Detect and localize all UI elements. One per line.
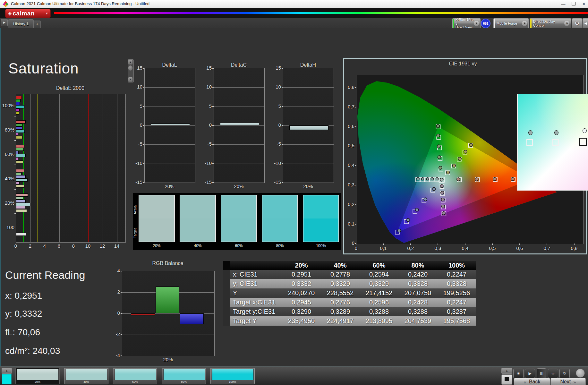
deltae-bar-20%-0 — [16, 193, 28, 197]
table-row-Target Y[interactable]: Target Y235,4950224,4917213,8095204,7539… — [223, 316, 476, 326]
saturation-swatch-80% — [262, 195, 298, 242]
cie-y-tickmark — [355, 204, 356, 205]
DeltaL-tickmark — [143, 106, 144, 107]
table-row-gutter — [223, 288, 230, 298]
DeltaL-bar — [151, 124, 190, 125]
play-icon[interactable]: ▶ — [525, 369, 535, 378]
DeltaH-bar — [289, 125, 328, 130]
cie-y-tickmark — [355, 87, 356, 88]
stop-icon[interactable]: ■ — [513, 369, 524, 378]
pattern-patch-80%[interactable]: 80% — [162, 368, 206, 384]
deltae-bar-40%-4 — [16, 182, 20, 185]
reading-x: x: 0,2951 — [5, 291, 42, 301]
cie-measured-circle — [442, 212, 445, 215]
saturation-swatch-20% — [139, 195, 175, 242]
tab-row: ▶ History 1 + X-Rite i1Pro 3 Direct View… — [0, 18, 588, 28]
cie-x-tickmark — [547, 244, 547, 245]
DeltaC-ytick-5: 5 — [201, 103, 212, 109]
deltac-x-label: 20% — [214, 184, 264, 189]
table-cell-Target y:CIE31-80%: 0,3288 — [398, 307, 437, 316]
table-row-Target x:CIE31[interactable]: Target x:CIE310,29450,27760,25960,24280,… — [223, 298, 476, 307]
DeltaH-ytick--15: -15 — [270, 179, 281, 185]
deltae-bar-80%-1 — [16, 124, 22, 127]
cie-y-tickmark — [355, 107, 356, 107]
deltal-chart-title: DeltaL — [144, 62, 195, 68]
delta-gridline — [214, 144, 264, 145]
calman-menu-button[interactable]: ◈ calman ▼ — [5, 9, 51, 18]
scroll-up-icon[interactable]: ▲ — [128, 60, 132, 64]
DeltaL-ytick--15: -15 — [132, 179, 142, 185]
back-button[interactable]: « Back — [514, 378, 550, 385]
cie-chart-title: CIE 1931 xy — [418, 61, 508, 67]
left-accent-strip — [0, 28, 1, 366]
delta-gridline — [145, 107, 195, 107]
cie-1931-panel: CIE 1931 xy — [343, 58, 587, 254]
DeltaL-ytick-5: 5 — [132, 103, 142, 109]
display-control-dropdown[interactable]: Direct Display Control ▼ — [530, 18, 571, 29]
DeltaC-ytick-15: 15 — [201, 65, 212, 71]
inset-measured-circle-1 — [554, 130, 558, 135]
tab-scroll-button[interactable]: ▶ — [1, 19, 8, 26]
table-row-x: CIE31[interactable]: x: CIE310,29510,27780,25940,24200,2247 — [223, 270, 476, 279]
meter-count-badge[interactable]: 651 — [481, 19, 490, 28]
add-tab-button[interactable]: + — [34, 21, 41, 29]
deltah-x-label: 20% — [283, 184, 333, 189]
deltae-bar-80%-5 — [16, 136, 22, 139]
pattern-patch-20%[interactable]: 20% — [15, 368, 60, 384]
table-row-y: CIE31[interactable]: y: CIE310,33320,33290,33290,33280,3328 — [223, 279, 476, 288]
deltae-bar-60%-0 — [16, 145, 24, 148]
swatch-label-60%: 60% — [221, 244, 257, 248]
pattern-patch-100%[interactable]: 100% — [210, 368, 255, 384]
continuous-icon[interactable]: ∞ — [548, 369, 558, 378]
cie-measured-circle — [438, 156, 441, 159]
cie-x-tickmark — [465, 244, 465, 245]
patch-color-80% — [163, 369, 205, 380]
deltae-chart-title: DeltaE 2000 — [32, 85, 109, 91]
app-icon — [3, 2, 8, 7]
cie-x-tickmark — [574, 244, 575, 245]
back-label: Back — [529, 379, 541, 385]
levels-icon[interactable]: ☰ — [537, 368, 546, 379]
cie-measured-circle — [397, 229, 401, 232]
reading-cdm2: cd/m²: 240,03 — [5, 346, 60, 356]
table-cell-Target x:CIE31-60%: 0,2596 — [360, 298, 398, 307]
scroll-down-icon[interactable]: ▼ — [128, 77, 132, 82]
next-button[interactable]: Next » — [550, 378, 586, 385]
meter-line1: X-Rite i1Pro 3 — [456, 18, 474, 25]
close-button[interactable]: × — [579, 1, 588, 7]
collapse-panel-icon[interactable]: ◀ — [583, 18, 588, 29]
cie-x-tickmark — [438, 244, 438, 245]
table-row-Y[interactable]: Y240,0270228,5552217,4152207,0750199,525… — [223, 288, 476, 298]
cie-y-tick-0,5: 0,5 — [345, 143, 354, 148]
minimize-button[interactable]: — — [559, 1, 568, 7]
maximize-button[interactable] — [569, 1, 578, 7]
calman-logo-text: calman — [13, 10, 35, 17]
deltae-bar-20%-2 — [16, 200, 26, 203]
DeltaL-tickmark — [143, 182, 144, 183]
meter-position-icon[interactable] — [576, 369, 585, 378]
table-column-header-40%: 40% — [321, 261, 360, 270]
rgb-x-label: 20% — [122, 357, 214, 362]
pattern-patch-40%[interactable]: 40% — [64, 368, 108, 384]
deltae-bar-40%-5 — [16, 185, 24, 188]
cie-x-tick-0: 0 — [351, 245, 361, 251]
chart-scrollbar[interactable]: ▲ ▼ — [128, 59, 134, 82]
cie-x-tick-0,5: 0,5 — [488, 245, 497, 251]
DeltaH-ytick--5: -5 — [270, 141, 281, 147]
rgb-tickmark — [121, 292, 122, 293]
tab-history-1[interactable]: History 1 — [8, 19, 34, 29]
source-dropdown[interactable]: Mobile Forge ▼ — [493, 18, 529, 29]
settings-gear-icon[interactable]: ⚙ — [572, 18, 582, 29]
rainbow-gradient-bar — [54, 12, 588, 14]
DeltaH-tickmark — [282, 87, 283, 88]
refresh-icon[interactable]: ↻ — [559, 369, 570, 378]
pattern-patch-60%[interactable]: 60% — [113, 368, 157, 384]
actual-row-label: Actual — [133, 198, 138, 221]
palette-up-icon[interactable]: ▲ — [2, 368, 12, 374]
table-row-Target y:CIE31[interactable]: Target y:CIE310,32900,32890,32880,32880,… — [223, 307, 476, 316]
pattern-window-button[interactable] — [501, 374, 512, 385]
deltah-chart-title: DeltaH — [283, 62, 333, 68]
controls-up-icon[interactable]: ▲ — [501, 368, 512, 374]
meter-dropdown[interactable]: X-Rite i1Pro 3 Direct View ▼ — [452, 18, 481, 29]
chevron-down-icon: ▼ — [564, 21, 569, 26]
